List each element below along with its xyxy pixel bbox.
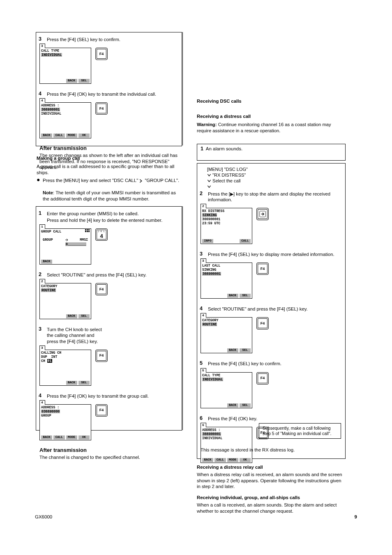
step-4-number: 4 <box>39 91 42 97</box>
step-1-text: Enter the group number (MMSI) to be call… <box>47 211 178 223</box>
f4-key[interactable]: F4 <box>256 372 269 385</box>
after-transmission-heading: After transmission <box>39 145 178 152</box>
lcd-group-entry: 1 GROUP CALL 0_________ GROUP MMSI BACK <box>39 228 91 265</box>
menu-route-3: Select the call <box>207 178 341 184</box>
group-call-desc: A group call is a call addressed to a sp… <box>37 164 180 175</box>
step-3-text: Press the [F4] (SEL) key to confirm. <box>47 37 178 42</box>
arrow-right-key[interactable] <box>256 208 269 220</box>
step-4-text: Select "ROUTINE" and press the [F4] (SEL… <box>208 306 335 312</box>
lcd-tab: 4 <box>39 400 45 405</box>
step-1-number: 1 <box>39 210 42 217</box>
chevron-down-icon <box>207 185 211 189</box>
other-calls-body: When a call is received, an alarm sounds… <box>197 502 345 514</box>
section-heading: Receiving DSC calls <box>197 98 242 104</box>
rx-stored-note: This message is stored in the RX distres… <box>201 447 341 453</box>
column-divider-bottom <box>182 206 183 430</box>
group-note: Note: The tenth digit of your own MMSI n… <box>43 190 180 202</box>
after-transmission-text: The channel is changed to the specified … <box>39 454 178 460</box>
softkey-sel: SEL <box>78 79 90 83</box>
f4-key[interactable]: F4 <box>95 102 108 115</box>
other-calls-heading: Receiving individual, group, and all-shi… <box>197 495 345 501</box>
lcd-call-type: 5 CALL TYPE INDIVIDUAL BACK SEL <box>201 372 252 408</box>
chevron-down-icon <box>207 173 211 177</box>
lcd-group-ok: 4 ADDRESS : 036690000 GROUP BACK CALL MO… <box>39 404 91 440</box>
lcd-last-call: 3 LAST CALL SINKING 366900001 BACK SEL <box>201 263 252 299</box>
svg-rect-5 <box>88 231 90 232</box>
lcd-tab: 3 <box>39 345 45 350</box>
step-2-text: Select "ROUTINE" and press the [F4] (SEL… <box>47 272 178 278</box>
relay-heading: Receiving a distress relay call <box>197 464 263 470</box>
lcd-tab: 5 <box>201 368 206 373</box>
menu-route-2: "RX DISTRESS" <box>207 173 341 178</box>
step-6-number: 6 <box>200 415 203 422</box>
lcd-call-type: 3 CALL TYPE INDIVIDUAL BACK SEL <box>39 48 91 84</box>
lcd-tab: 4 <box>39 98 45 103</box>
lcd-rx-distress: 2 RX DISTRESS SINKING 366900001 23:59 UT… <box>201 208 252 244</box>
f4-key[interactable]: F4 <box>95 48 108 60</box>
svg-rect-4 <box>87 231 88 232</box>
step-3-number: 3 <box>39 36 42 43</box>
lcd-category: 4 CATEGORY ROUTINE BACK SEL <box>201 317 252 353</box>
softkey-back: BACK <box>66 79 77 83</box>
step-6-text: Press the [F4] (OK) key. <box>208 416 335 421</box>
f4-key[interactable]: F4 <box>256 263 269 275</box>
lcd-tab: 3 <box>39 44 45 48</box>
step-3-number: 3 <box>39 326 42 333</box>
lcd-individual-ok: 4 ADDRESS : 366900001 INDIVIDUAL BACK CA… <box>39 102 91 138</box>
footer-page: 9 <box>355 514 357 520</box>
f4-key[interactable]: F4 <box>95 350 108 362</box>
svg-rect-0 <box>85 229 86 230</box>
lcd-calling-ch: 3 CALLING CH DUP INT CH 01 BACK SEL <box>39 350 91 386</box>
relay-body: When a distress relay call is received, … <box>197 472 345 490</box>
footer-model: GX6000 <box>35 514 52 520</box>
menu-route-down <box>207 184 341 189</box>
keypad-icon <box>85 229 90 234</box>
lcd-address-ok: 6 ADDRESS : 366900001 INDIVIDUAL BACK CA… <box>201 427 252 463</box>
bullet-icon: ● <box>37 176 40 184</box>
menu-route-1: [MENU] "DSC LOG" <box>207 167 341 173</box>
step-5-number: 5 <box>200 360 203 367</box>
arrow-right-icon <box>259 211 266 217</box>
key-4[interactable]: J K L 4 <box>95 228 108 241</box>
svg-rect-1 <box>87 229 88 230</box>
lcd-tab: 6 <box>201 423 206 427</box>
group-call-menu-path: Press the [MENU] key and select "DSC CAL… <box>43 177 182 184</box>
softkey-ok: OK <box>78 134 90 138</box>
lcd-tab: 3 <box>201 258 206 263</box>
lcd-tab: 2 <box>39 279 45 283</box>
step-3-number: 3 <box>200 251 203 258</box>
f4-key[interactable]: F4 <box>95 404 108 417</box>
svg-rect-3 <box>85 231 86 232</box>
lcd-tab: 1 <box>39 224 45 229</box>
chevron-down-icon <box>207 179 211 183</box>
softkey-mode: MODE <box>66 134 77 138</box>
step-2-text: Press the [▶] key to stop the alarm and … <box>208 191 335 203</box>
panel-group-call: 1 Enter the group number (MMSI) to be ca… <box>36 206 182 431</box>
svg-rect-2 <box>88 229 90 230</box>
column-divider-top <box>182 32 183 145</box>
softkey-back: BACK <box>41 260 52 264</box>
step-2-number: 2 <box>200 191 203 197</box>
step-4-text: Press the [F4] (OK) key to transmit the … <box>47 393 178 399</box>
making-group-call-heading: Making a group call <box>37 155 80 161</box>
step-1-number: 1 <box>201 146 203 152</box>
lcd-tab: 2 <box>201 204 206 208</box>
step-3-text: Turn the CH knob to select the calling c… <box>47 327 178 344</box>
warning-text: Warning: Continue monitoring channel 16 … <box>197 122 345 134</box>
subsection-heading: Receiving a distress call <box>197 113 251 120</box>
softkey-back: BACK <box>41 134 52 138</box>
chevron-right-icon <box>139 179 143 183</box>
step-4-number: 4 <box>200 306 203 312</box>
step-1-text: An alarm sounds. <box>206 146 243 151</box>
lcd-category-routine: 2 CATEGORY ROUTINE BACK SEL <box>39 283 91 319</box>
note-subsequent: Subsequently, make a call following step… <box>259 423 341 439</box>
step-2-number: 2 <box>39 272 42 278</box>
softkey-call: CALL <box>53 134 65 138</box>
f4-key[interactable]: F4 <box>256 317 269 329</box>
step-4-text: Press the [F4] (OK) key to transmit the … <box>47 91 178 97</box>
panel-rx-title: 1 An alarm sounds. <box>197 144 346 161</box>
panel-individual-continued: 3 Press the [F4] (SEL) key to confirm. 3… <box>36 32 182 146</box>
step-5-text: Press the [F4] (SEL) key to confirm. <box>208 361 335 366</box>
step-4-number: 4 <box>39 393 42 399</box>
f4-key[interactable]: F4 <box>95 283 108 295</box>
